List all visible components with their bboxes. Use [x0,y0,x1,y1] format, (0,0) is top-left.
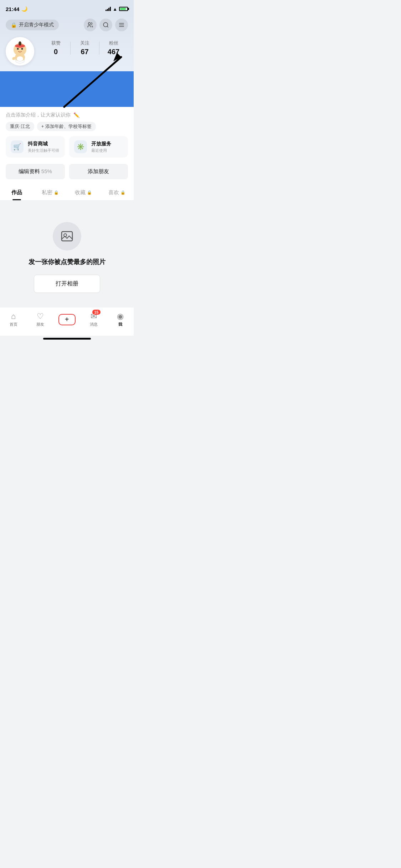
stat-followers-value: 467 [99,48,128,56]
profile-section: 获赞 0 关注 67 粉丝 467 [6,37,128,71]
friends-icon-button[interactable] [84,19,97,31]
nav-create[interactable]: + [53,312,80,327]
open-service-text: 开放服务 最近使用 [91,141,111,153]
bio-edit-icon: ✏️ [73,112,79,118]
service-cards: 🛒 抖音商城 美好生活触手可得 ✳️ 开放服务 最近使用 [6,136,128,162]
nav-home[interactable]: ⌂ 首页 [0,310,27,329]
main-content: 点击添加介绍，让大家认识你 ✏️ 重庆·江北 + 添加年龄、学校等标签 🛒 抖音… [0,107,134,185]
tab-works[interactable]: 作品 [0,185,34,200]
tags-row: 重庆·江北 + 添加年龄、学校等标签 [6,122,128,136]
add-friend-button[interactable]: 添加朋友 [69,164,128,179]
stat-likes-value: 0 [41,48,70,56]
youth-mode-button[interactable]: 🔒 开启青少年模式 [6,20,59,30]
battery-icon [119,7,128,11]
nav-me-label: 我 [118,322,122,327]
svg-point-0 [88,22,91,25]
friends-nav-icon: ♡ [37,312,44,321]
stats-container: 获赞 0 关注 67 粉丝 467 [34,37,128,56]
top-nav: 🔒 开启青少年模式 [6,19,128,31]
status-bar: 21:44 🌙 ▲ [0,0,134,16]
add-tag-button[interactable]: + 添加年龄、学校等标签 [37,122,96,131]
edit-profile-button[interactable]: 编辑资料 55% [6,164,65,179]
header-bg: 🔒 开启青少年模式 [0,16,134,71]
home-icon: ⌂ [11,312,16,321]
moon-icon: 🌙 [21,6,27,12]
messages-badge-count: 15 [92,310,100,315]
stat-following-label: 关注 [70,40,99,46]
stat-likes-label: 获赞 [41,40,70,46]
nav-friends-label: 朋友 [36,322,44,327]
likes-lock-icon: 🔒 [120,190,125,195]
action-buttons: 编辑资料 55% 添加朋友 [6,162,128,185]
empty-state: 发一张你被点赞最多的照片 打开相册 [0,201,134,307]
me-icon: ◉ [117,312,124,321]
stat-following[interactable]: 关注 67 [70,40,99,56]
cover-banner [0,71,134,107]
open-service-name: 开放服务 [91,141,111,147]
svg-point-8 [17,48,19,50]
shop-name: 抖音商城 [28,141,59,147]
youth-mode-icon: 🔒 [11,22,17,28]
menu-icon-button[interactable] [115,19,128,31]
shop-icon: 🛒 [11,140,24,153]
open-service-icon: ✳️ [74,140,87,153]
wifi-icon: ▲ [113,6,117,12]
tab-likes[interactable]: 喜欢 🔒 [100,185,134,200]
svg-rect-15 [62,232,72,241]
stat-followers[interactable]: 粉丝 467 [99,40,128,56]
svg-point-1 [103,22,108,27]
create-button[interactable]: + [58,314,76,325]
home-indicator [43,338,91,340]
nav-home-label: 首页 [10,322,17,327]
bottom-nav: ⌂ 首页 ♡ 朋友 + ✉ 15 消息 ◉ 我 [0,307,134,336]
shop-text: 抖音商城 美好生活触手可得 [28,141,59,153]
nav-friends[interactable]: ♡ 朋友 [27,310,53,329]
youth-mode-label: 开启青少年模式 [19,22,54,28]
nav-icons [84,19,128,31]
stat-followers-label: 粉丝 [99,40,128,46]
stat-following-value: 67 [70,48,99,56]
status-icons: ▲ [106,6,128,12]
messages-badge-container: ✉ 15 [91,312,97,321]
stat-likes[interactable]: 获赞 0 [41,40,70,56]
private-lock-icon: 🔒 [54,190,59,195]
open-service-card[interactable]: ✳️ 开放服务 最近使用 [69,136,128,157]
empty-icon [53,222,81,250]
nav-messages-label: 消息 [90,322,98,327]
nav-me[interactable]: ◉ 我 [107,310,134,329]
svg-point-12 [17,56,23,61]
svg-point-10 [19,41,21,46]
open-album-button[interactable]: 打开相册 [34,275,100,293]
signal-icon [106,7,111,11]
open-service-desc: 最近使用 [91,148,111,153]
status-time: 21:44 [6,6,19,12]
search-icon-button[interactable] [99,19,112,31]
bio-text: 点击添加介绍，让大家认识你 [6,112,71,118]
tabs-bar: 作品 私密 🔒 收藏 🔒 喜欢 🔒 [0,185,134,201]
douyin-shop-card[interactable]: 🛒 抖音商城 美好生活触手可得 [6,136,65,157]
battery-fill [120,8,126,10]
svg-point-9 [21,48,23,50]
shop-desc: 美好生活触手可得 [28,148,59,153]
avatar[interactable] [6,37,34,66]
bio-section[interactable]: 点击添加介绍，让大家认识你 ✏️ [6,107,128,122]
tab-private[interactable]: 私密 🔒 [34,185,67,200]
location-tag[interactable]: 重庆·江北 [6,122,34,131]
nav-messages[interactable]: ✉ 15 消息 [80,310,107,329]
favorites-lock-icon: 🔒 [87,190,92,195]
tab-favorites[interactable]: 收藏 🔒 [67,185,101,200]
empty-title: 发一张你被点赞最多的照片 [29,258,106,266]
